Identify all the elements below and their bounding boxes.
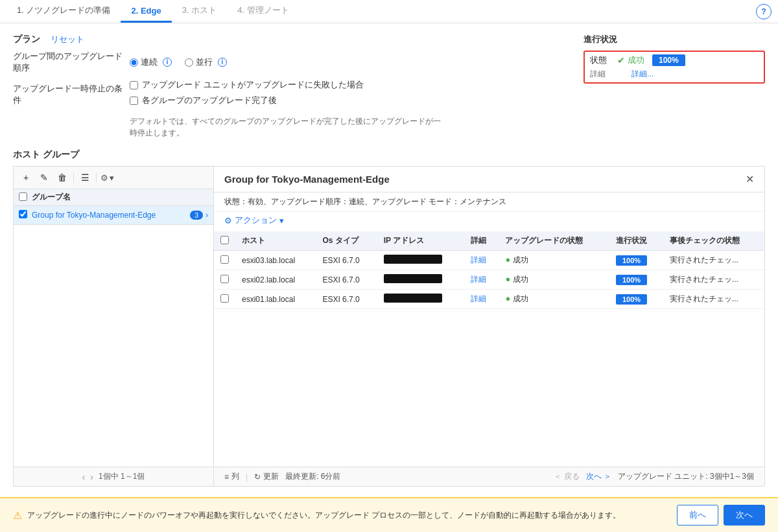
default-text: デフォルトでは、すべてのグループのアップグレードが完了した後にアップグレードが一… <box>130 115 441 139</box>
success-icon: ✔ <box>617 55 625 65</box>
detail-link[interactable]: 詳細 <box>471 294 486 303</box>
progress-status-label: 状態 <box>590 54 609 66</box>
refresh-button[interactable]: ↻ 更新 <box>254 471 279 482</box>
detail-link[interactable]: 詳細... <box>631 69 654 80</box>
tab-item-4[interactable]: 4. 管理ノート <box>227 0 299 23</box>
row-check[interactable] <box>214 290 235 309</box>
table-row: esxi01.lab.local ESXI 6.7.0 詳細 ● 成功 100%… <box>214 290 764 309</box>
th-upgrade-status: アップグレードの状態 <box>499 231 609 251</box>
radio-sequential[interactable]: 連続 i <box>130 56 172 68</box>
th-post-check: 事後チェックの状態 <box>663 231 764 251</box>
main-content: プラン リセット グループ間のアップグレード順序 連続 i 並行 <box>0 23 778 497</box>
tab-item-3[interactable]: 3. ホスト <box>172 0 227 23</box>
columns-toggle[interactable]: ≡ 列 <box>224 471 239 482</box>
pag-prev-button[interactable]: ‹ <box>82 472 86 482</box>
plan-header: プラン リセット <box>13 34 571 45</box>
actions-link[interactable]: ⚙ アクション ▾ <box>224 214 754 226</box>
detail-link[interactable]: 詳細 <box>471 255 486 264</box>
left-panel: + ✎ 🗑 ☰ ⚙ ▾ グループ名 <box>13 166 214 487</box>
progress-row: 状態 ✔ 成功 100% <box>590 54 759 66</box>
prev-button[interactable]: 前へ <box>677 505 718 526</box>
progress-bar: 100% <box>652 54 685 66</box>
tab-item-2[interactable]: 2. Edge <box>121 0 171 23</box>
row-check[interactable] <box>214 251 235 270</box>
footer-right: ＜ 戻る 次へ ＞ アップグレード ユニット: 3個中1～3個 <box>554 471 754 482</box>
row-post-check: 実行されたチェッ... <box>663 270 764 290</box>
tab4-label: 4. 管理ノート <box>237 5 289 16</box>
table-head: ホスト Os タイプ IP アドレス 詳細 アップグレードの状態 進行状況 事後… <box>214 231 764 251</box>
th-progress: 進行状況 <box>609 231 663 251</box>
back-button[interactable]: ＜ 戻る <box>554 471 579 482</box>
group-order-label: グループ間のアップグレード順序 <box>13 51 130 74</box>
row-detail[interactable]: 詳細 <box>464 290 499 309</box>
edit-button[interactable]: ✎ <box>37 170 51 185</box>
table-body: esxi03.lab.local ESXI 6.7.0 詳細 ● 成功 100%… <box>214 251 764 309</box>
footer-sep1: | <box>246 472 248 481</box>
pag-next-button[interactable]: › <box>90 472 93 482</box>
checkbox1-label[interactable]: アップグレード ユニットがアップグレードに失敗した場合 <box>130 79 364 91</box>
item-checkbox[interactable] <box>19 210 27 218</box>
parallel-info-icon[interactable]: i <box>218 58 227 67</box>
progress-section: 進行状況 状態 ✔ 成功 100% 詳細 詳細... <box>584 34 765 84</box>
sequential-info-icon[interactable]: i <box>163 58 172 67</box>
radio-parallel[interactable]: 並行 i <box>185 56 227 68</box>
item-label: Group for Tokyo-Management-Edge <box>32 211 190 220</box>
row-detail[interactable]: 詳細 <box>464 270 499 290</box>
unit-info: アップグレード ユニット: 3個中1～3個 <box>618 471 754 482</box>
left-pagination: ‹ › 1個中 1～1個 <box>14 467 213 486</box>
next-button[interactable]: 次へ ＞ <box>586 471 611 482</box>
filter-button[interactable]: ☰ <box>78 170 92 185</box>
checkbox2-label[interactable]: 各グループのアップグレード完了後 <box>130 95 277 106</box>
header-group-name: グループ名 <box>32 192 189 203</box>
right-panel-header: Group for Tokyo-Management-Edge ✕ <box>214 167 764 192</box>
tab2-label: 2. Edge <box>131 6 161 16</box>
plan-section: プラン リセット グループ間のアップグレード順序 連続 i 並行 <box>13 34 765 139</box>
reset-link[interactable]: リセット <box>51 34 84 45</box>
item-arrow-icon: › <box>206 211 208 220</box>
help-icon[interactable]: ? <box>756 4 772 19</box>
next-button[interactable]: 次へ <box>724 505 765 526</box>
actions-chevron-icon: ▾ <box>279 216 284 226</box>
add-button[interactable]: + <box>19 170 33 185</box>
plan-title: プラン <box>13 34 40 45</box>
column-header-row: グループ名 <box>14 189 213 206</box>
last-updated: 最終更新: 6分前 <box>285 471 340 482</box>
status-success-icon: ● <box>505 255 510 264</box>
row-host: esxi02.lab.local <box>235 270 316 290</box>
refresh-icon: ↻ <box>254 472 261 481</box>
tab-item-1[interactable]: 1. ノツノグレードの準備 <box>6 0 121 23</box>
row-os-type: ESXI 6.7.0 <box>316 290 377 309</box>
table-header-checkbox[interactable] <box>220 236 229 244</box>
toolbar-divider <box>73 172 74 183</box>
row-ip <box>377 270 464 290</box>
ip-redacted <box>384 294 442 303</box>
left-toolbar: + ✎ 🗑 ☰ ⚙ ▾ <box>14 167 213 189</box>
host-group-area: + ✎ 🗑 ☰ ⚙ ▾ グループ名 <box>13 166 765 487</box>
gear-icon: ⚙ <box>100 173 108 183</box>
th-detail: 詳細 <box>464 231 499 251</box>
delete-button[interactable]: 🗑 <box>55 170 69 185</box>
table-row: esxi03.lab.local ESXI 6.7.0 詳細 ● 成功 100%… <box>214 251 764 270</box>
th-host: ホスト <box>235 231 316 251</box>
pause-condition-row: アップグレード一時停止の条件 アップグレード ユニットがアップグレードに失敗した… <box>13 79 571 110</box>
row-detail[interactable]: 詳細 <box>464 251 499 270</box>
row-os-type: ESXI 6.7.0 <box>316 251 377 270</box>
row-check[interactable] <box>214 270 235 290</box>
ip-redacted <box>384 255 442 264</box>
progress-box: 状態 ✔ 成功 100% 詳細 詳細... <box>584 51 765 84</box>
tabs-bar: 1. ノツノグレードの準備 2. Edge 3. ホスト 4. 管理ノート ? <box>0 0 778 23</box>
warning-text: ⚠ アップグレードの進行中にノードのパワーオフや再起動を実行しないでください。ア… <box>13 509 620 522</box>
right-status-bar: 状態：有効、アップグレード順序：連続、アップグレード モード：メンテナンス <box>214 192 764 212</box>
th-ip-address: IP アドレス <box>377 231 464 251</box>
header-checkbox[interactable] <box>19 192 27 201</box>
row-upgrade-status: ● 成功 <box>499 270 609 290</box>
row-os-type: ESXI 6.7.0 <box>316 270 377 290</box>
checkbox1-row: アップグレード ユニットがアップグレードに失敗した場合 <box>130 79 364 91</box>
settings-button[interactable]: ⚙ ▾ <box>100 173 114 183</box>
row-upgrade-status: ● 成功 <box>499 251 609 270</box>
close-button[interactable]: ✕ <box>746 173 754 185</box>
actions-bar: ⚙ アクション ▾ <box>214 212 764 231</box>
list-item[interactable]: Group for Tokyo-Management-Edge 3 › <box>14 206 213 225</box>
th-os-type: Os タイプ <box>316 231 377 251</box>
detail-link[interactable]: 詳細 <box>471 275 486 284</box>
